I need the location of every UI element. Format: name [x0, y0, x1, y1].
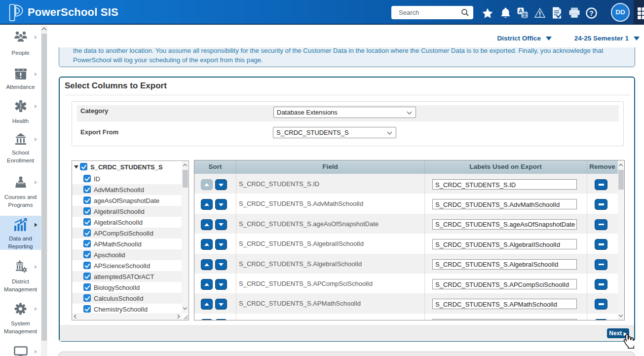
svg-text:文: 文 — [522, 12, 527, 18]
svg-text:?: ? — [589, 9, 594, 17]
